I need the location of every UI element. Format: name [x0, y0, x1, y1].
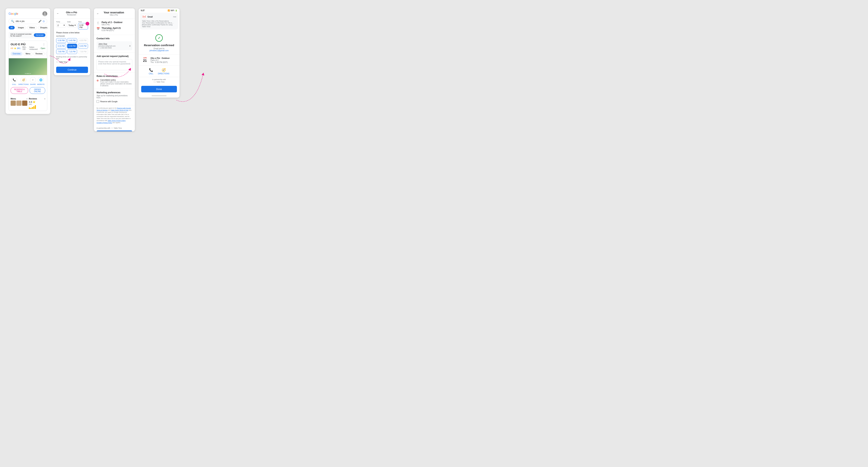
time-slot-700[interactable]: 7:00 PM	[56, 49, 66, 54]
reviews-card-title[interactable]: Reviews ›	[29, 97, 45, 100]
svg-point-0	[44, 12, 46, 14]
time-slot-615[interactable]: 6:15 PM	[56, 44, 66, 49]
cancel-policy-text: If you can't make it to your reservation…	[100, 81, 132, 87]
party-value: 2	[58, 24, 59, 26]
menu-card: Menu ›	[10, 97, 27, 109]
conf-directions-icon: 🧭	[162, 68, 166, 72]
conf-directions-action[interactable]: 🧭 DIRECTIONS	[158, 68, 169, 75]
website-action[interactable]: 🌐 WEBSITE	[37, 77, 44, 85]
continue-button[interactable]: Continue	[56, 67, 88, 73]
legal-text: By continuing you agree to the Reserve w…	[94, 105, 135, 126]
table-tos-link[interactable]: Table Time's Terms of Use	[111, 109, 128, 111]
nav-menu[interactable]: Menu	[24, 52, 32, 56]
filter-pills: All Images Videos Shopping News	[8, 26, 47, 29]
contact-name: John Doe	[98, 43, 116, 45]
separator3: ·	[39, 47, 40, 49]
nav-overview[interactable]: Overview	[10, 52, 23, 56]
directions-icon: 🧭	[21, 77, 26, 83]
rating-big: 4.6 ⭐	[29, 100, 45, 103]
screen-time-picker: ← Olio e Piú Restaurant Party 2 ▾ Da	[54, 8, 90, 75]
order-online-button[interactable]: ORDER ONLINE	[30, 87, 45, 94]
search-bar[interactable]: 🔍 olio e piu 🎤 ⊙	[8, 19, 47, 24]
screen-reservation: ← Your reservation Olio e Piú 🍴 Party of…	[94, 8, 135, 131]
rating-stars: 4.6	[10, 47, 13, 49]
rules-title: Rules & restrictions	[97, 75, 132, 78]
special-req-input[interactable]: Please enter any special requests (note …	[97, 59, 132, 70]
bottom-cards: Menu › Reviews › 4.6	[9, 96, 47, 111]
partner-name: Table Time	[114, 127, 122, 129]
bar-2	[30, 108, 31, 109]
time-slot-630[interactable]: 6:30 PM	[67, 44, 77, 49]
rwg-checkbox[interactable]	[97, 100, 99, 103]
cta-buttons: RESERVE A TABLE ORDER ONLINE	[9, 87, 47, 96]
legal-prefix: By continuing you agree to the	[97, 107, 117, 109]
cancel-icon: ⊗	[97, 79, 99, 82]
pill-videos[interactable]: Videos	[27, 26, 37, 29]
notif-app-name: Gmail	[148, 16, 153, 18]
conf-partner-name: Table Time	[156, 81, 165, 83]
contact-box[interactable]: John Doe johndoe12@gmail.com + 1 458-849…	[97, 41, 132, 50]
time-slot-545[interactable]: 5:45 PM	[67, 38, 77, 43]
google-privacy-link[interactable]: Google's Privacy Policy	[97, 122, 112, 123]
search-voice-lens: 🎤 ⊙	[38, 20, 45, 23]
date-dropdown[interactable]: Today ▾	[67, 23, 77, 27]
pill-images[interactable]: Images	[16, 26, 26, 29]
table-privacy-link[interactable]: Table Time's Privacy Policy	[108, 120, 126, 121]
special-req-label: Add special request (optional)	[97, 55, 132, 58]
pill-shopping[interactable]: Shopping	[38, 26, 47, 29]
reserve-table-button[interactable]: RESERVE A TABLE	[10, 87, 28, 94]
back-button[interactable]: ←	[57, 12, 59, 15]
open-status: Open	[41, 47, 45, 49]
search-query: olio e piu	[16, 20, 37, 23]
menu-arrow: ›	[27, 97, 27, 100]
menu-card-title[interactable]: Menu ›	[10, 97, 27, 100]
reserve-button[interactable]: Reserve	[97, 130, 132, 132]
more-options-icon[interactable]: ⋮	[42, 43, 45, 46]
date-num: 21	[141, 59, 149, 63]
call-action[interactable]: 📞 CALL	[11, 77, 17, 85]
directions-label: DIRECTIONS	[19, 83, 29, 85]
pill-all[interactable]: All	[8, 26, 15, 29]
separator2: ·	[28, 47, 29, 49]
reservation-title: Your reservation	[99, 11, 128, 14]
date-month: APR	[141, 57, 149, 59]
food-thumb-1	[10, 100, 16, 106]
time-slot-715[interactable]: 7:15 PM	[67, 49, 77, 54]
business-meta: 4.6 ⭐ (6K) · $50–100 · Italian restauran…	[10, 46, 45, 50]
dot1	[25, 73, 26, 74]
nav-reviews[interactable]: Reviews	[33, 52, 44, 56]
date-row: 📅 Thursday, April 21 6:30 PM (EDT)	[97, 27, 132, 31]
lens-icon[interactable]: ⊙	[42, 20, 45, 23]
party-info: Party of 2 - Outdoor	[101, 21, 123, 24]
bar-3	[32, 107, 33, 109]
screen-google-search: Google 🔍 olio e piu 🎤 ⊙ All Images Video…	[6, 8, 50, 114]
legal-period: .	[126, 120, 126, 121]
cuisine-type: Italian restaurant	[29, 46, 39, 50]
gmail-icon	[142, 14, 146, 19]
booking-credit-text: Booking times are provided in partnershi…	[56, 56, 88, 60]
action-icons-row: 📞 CALL 🧭 DIRECTIONS ↑ SHARE 🌐 WEBSITE	[9, 75, 47, 87]
generate-button[interactable]: Generate	[34, 33, 45, 37]
avatar[interactable]	[42, 11, 47, 16]
time-slot-530[interactable]: 5:30 PM	[56, 38, 66, 43]
dropdown-arrow2: ▾	[74, 24, 76, 26]
time-dropdown[interactable]: 6:30 PM	[78, 23, 88, 29]
directions-action[interactable]: 🧭 DIRECTIONS	[19, 77, 29, 85]
microphone-icon[interactable]: 🎤	[38, 20, 41, 23]
time-slot-645[interactable]: 6:45 PM	[78, 44, 88, 49]
rules-section: Rules & restrictions ⊗ Cancellation poli…	[94, 72, 135, 89]
time-pink-badge	[86, 22, 89, 26]
party-dropdown[interactable]: 2 ▾	[56, 23, 66, 27]
marketing-title: Marketing preferences	[97, 91, 132, 94]
back-button-2[interactable]: ←	[97, 12, 99, 15]
share-action[interactable]: ↑ SHARE	[30, 77, 36, 85]
conf-call-action[interactable]: 📞 CALL	[149, 68, 153, 75]
food-thumb-3	[22, 100, 27, 106]
notif-body-text: [Reservation confirmed] Thanks for using…	[142, 24, 176, 28]
marketing-sub: Sign up for marketing and promotions fro…	[97, 95, 132, 99]
notif-source: Gmail	[142, 14, 153, 19]
nav-photos[interactable]: Photos	[46, 52, 48, 56]
done-button[interactable]: Done	[141, 86, 177, 92]
star-icon: ⭐	[33, 100, 35, 103]
time-selector-group: Time 6:30 PM	[78, 21, 88, 29]
